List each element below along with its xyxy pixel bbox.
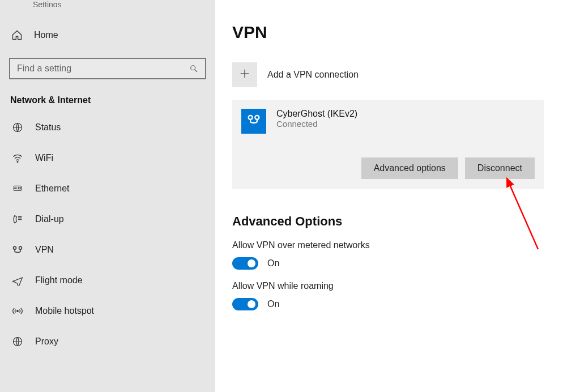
vpn-icon: [11, 244, 24, 255]
sidebar-category-title: Network & Internet: [9, 95, 206, 105]
sidebar-item-label: Proxy: [35, 336, 58, 347]
main-content: VPN Add a VPN connection: [215, 0, 580, 392]
svg-point-10: [20, 216, 22, 218]
dialup-icon: [11, 214, 24, 225]
svg-point-11: [19, 219, 20, 220]
ethernet-icon: [11, 183, 24, 194]
vpn-connection-status: Connected: [276, 119, 357, 129]
add-tile: [232, 62, 257, 87]
sidebar-item-mobile-hotspot[interactable]: Mobile hotspot: [9, 296, 206, 326]
svg-point-14: [19, 246, 22, 249]
flight-mode-icon: [11, 275, 24, 286]
toggle-switch-metered[interactable]: [232, 257, 258, 270]
toggle-metered-networks: Allow VPN over metered networks On: [232, 240, 563, 270]
sidebar-item-flight-mode[interactable]: Flight mode: [9, 265, 206, 296]
svg-point-12: [20, 219, 22, 220]
hotspot-icon: [11, 305, 24, 317]
search-box[interactable]: [9, 58, 206, 79]
settings-sidebar: Settings Home Network & Internet: [0, 0, 215, 392]
vpn-connection-card[interactable]: CyberGhost (IKEv2) Connected Advanced op…: [232, 100, 544, 189]
toggle-roaming: Allow VPN while roaming On: [232, 281, 563, 310]
toggle-state-text: On: [267, 299, 279, 309]
sidebar-item-label: Dial-up: [35, 214, 64, 224]
disconnect-button[interactable]: Disconnect: [465, 157, 535, 179]
sidebar-item-wifi[interactable]: WiFi: [9, 143, 206, 173]
search-input[interactable]: [17, 63, 180, 74]
sidebar-item-label: VPN: [35, 245, 54, 255]
svg-point-20: [255, 116, 259, 120]
toggle-label: Allow VPN over metered networks: [232, 240, 563, 250]
vpn-connection-icon: [246, 112, 262, 130]
svg-point-0: [191, 66, 195, 70]
svg-point-13: [14, 246, 16, 249]
add-vpn-connection[interactable]: Add a VPN connection: [232, 59, 563, 97]
page-title: VPN: [232, 23, 563, 42]
toggle-switch-roaming[interactable]: [232, 298, 258, 310]
toggle-label: Allow VPN while roaming: [232, 281, 563, 291]
toggle-state-text: On: [267, 258, 279, 269]
svg-point-19: [249, 116, 253, 120]
vpn-connection-name: CyberGhost (IKEv2): [276, 109, 357, 119]
advanced-options-heading: Advanced Options: [232, 214, 563, 229]
sidebar-item-label: Flight mode: [35, 275, 83, 286]
toggle-knob: [248, 300, 255, 308]
sidebar-item-vpn[interactable]: VPN: [9, 235, 206, 265]
sidebar-item-label: Ethernet: [35, 184, 69, 194]
breadcrumb: Settings: [9, 0, 206, 7]
status-icon: [11, 122, 24, 133]
vpn-connection-tile: [241, 109, 266, 134]
sidebar-item-status[interactable]: Status: [9, 112, 206, 143]
sidebar-item-dialup[interactable]: Dial-up: [9, 204, 206, 235]
proxy-icon: [11, 336, 24, 347]
svg-rect-4: [14, 186, 21, 190]
search-icon: [189, 64, 198, 73]
svg-point-3: [17, 161, 18, 163]
svg-point-15: [17, 310, 19, 312]
sidebar-item-label: WiFi: [35, 153, 53, 163]
toggle-knob: [248, 259, 255, 267]
add-vpn-label: Add a VPN connection: [267, 70, 359, 80]
sidebar-nav-list: Status WiFi: [9, 112, 206, 357]
home-button[interactable]: Home: [9, 23, 206, 48]
sidebar-item-label: Mobile hotspot: [35, 306, 94, 316]
sidebar-item-ethernet[interactable]: Ethernet: [9, 173, 206, 204]
advanced-options-button[interactable]: Advanced options: [361, 157, 458, 179]
home-icon: [11, 29, 23, 41]
svg-rect-5: [18, 188, 20, 189]
sidebar-item-label: Status: [35, 122, 61, 133]
plus-icon: [238, 67, 251, 82]
home-label: Home: [34, 30, 58, 40]
svg-point-9: [19, 216, 20, 218]
wifi-icon: [11, 152, 24, 164]
svg-line-1: [195, 70, 197, 72]
sidebar-item-proxy[interactable]: Proxy: [9, 326, 206, 357]
